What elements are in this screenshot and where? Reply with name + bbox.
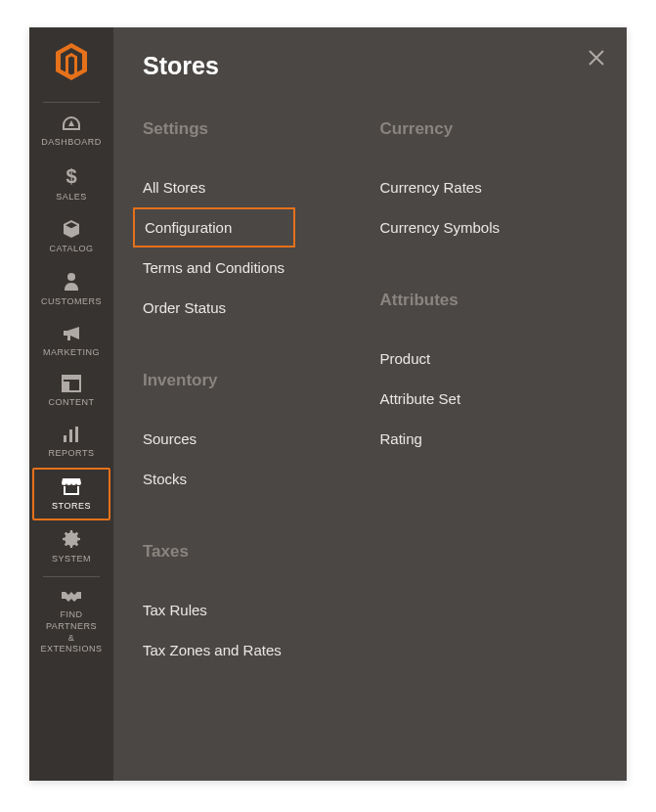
box-icon [62,219,81,239]
sidebar-divider [43,102,100,103]
svg-rect-6 [69,429,72,442]
section-attributes: Attributes Product Attribute Set Rating [380,291,598,459]
dollar-icon: $ [65,165,78,187]
svg-text:$: $ [66,165,76,187]
sidebar-divider [43,576,100,577]
menu-item-currency-rates[interactable]: Currency Rates [380,167,598,207]
menu-item-sources[interactable]: Sources [143,419,361,459]
menu-item-configuration[interactable]: Configuration [133,207,295,248]
menu-item-tax-zones[interactable]: Tax Zones and Rates [143,630,361,670]
sidebar-item-label: REPORTS [49,448,95,460]
section-title: Settings [143,119,361,139]
section-title: Inventory [143,371,361,390]
sidebar-item-label: CONTENT [49,397,95,409]
sidebar-item-catalog[interactable]: CATALOG [32,210,110,263]
svg-rect-4 [63,382,69,391]
menu-item-product[interactable]: Product [380,338,598,379]
sidebar-item-label: FIND PARTNERS & EXTENSIONS [36,609,107,655]
sidebar-item-label: MARKETING [43,347,100,359]
sidebar-item-stores[interactable]: STORES [32,468,110,520]
sidebar-item-label: CATALOG [49,244,93,255]
svg-rect-3 [63,376,80,380]
flyout-right-column: Currency Currency Rates Currency Symbols… [380,119,598,713]
sidebar-item-marketing[interactable]: MARKETING [32,316,110,367]
menu-item-order-status[interactable]: Order Status [143,288,361,328]
menu-item-tax-rules[interactable]: Tax Rules [143,590,361,630]
sidebar-item-label: STORES [52,501,91,513]
sidebar-item-label: SALES [56,192,87,203]
flyout-columns: Settings All Stores Configuration Terms … [143,119,597,713]
section-settings: Settings All Stores Configuration Terms … [143,119,361,328]
sidebar: DASHBOARD $ SALES CATALOG CUSTOMERS MARK… [29,27,113,781]
section-taxes: Taxes Tax Rules Tax Zones and Rates [143,542,361,670]
gear-icon [62,529,81,549]
sidebar-item-dashboard[interactable]: DASHBOARD [32,106,110,157]
menu-item-all-stores[interactable]: All Stores [143,167,361,207]
sidebar-item-system[interactable]: SYSTEM [32,520,110,573]
magento-logo-icon[interactable] [54,42,89,85]
flyout-title: Stores [143,52,597,80]
menu-item-attribute-set[interactable]: Attribute Set [380,379,598,419]
menu-item-currency-symbols[interactable]: Currency Symbols [380,207,598,248]
sidebar-item-label: CUSTOMERS [41,296,102,308]
section-inventory: Inventory Sources Stocks [143,371,361,499]
section-title: Attributes [380,291,598,310]
menu-item-terms[interactable]: Terms and Conditions [143,248,361,288]
sidebar-item-label: DASHBOARD [41,137,102,149]
svg-point-1 [67,273,75,281]
sidebar-item-sales[interactable]: $ SALES [32,157,110,211]
storefront-icon [61,476,82,496]
section-title: Taxes [143,542,361,562]
svg-rect-5 [64,435,66,442]
sidebar-item-label: SYSTEM [52,554,91,565]
dashboard-icon [61,114,82,132]
sidebar-item-partners[interactable]: FIND PARTNERS & EXTENSIONS [32,580,110,663]
megaphone-icon [62,325,81,342]
sidebar-item-reports[interactable]: REPORTS [32,417,110,468]
content-layout-icon [62,375,81,392]
menu-item-stocks[interactable]: Stocks [143,459,361,499]
handshake-icon [61,589,82,605]
sidebar-item-content[interactable]: CONTENT [32,366,110,417]
app-container: DASHBOARD $ SALES CATALOG CUSTOMERS MARK… [29,27,627,781]
section-title: Currency [380,119,598,139]
person-icon [64,272,79,292]
menu-item-rating[interactable]: Rating [380,419,598,459]
section-currency: Currency Currency Rates Currency Symbols [380,119,598,248]
sidebar-item-customers[interactable]: CUSTOMERS [32,263,110,316]
bar-chart-icon [62,426,81,443]
stores-flyout: Stores Settings All Stores Configuration… [113,27,627,781]
close-button[interactable] [588,49,605,70]
svg-rect-7 [75,427,78,442]
flyout-left-column: Settings All Stores Configuration Terms … [143,119,361,713]
